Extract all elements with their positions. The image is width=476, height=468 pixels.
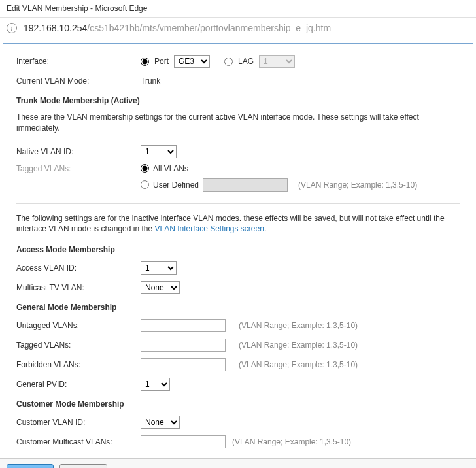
general-pvid-select[interactable]: 1 <box>141 378 170 391</box>
interface-lag-select: 1 <box>259 55 295 68</box>
interface-lag-label: LAG <box>238 57 254 66</box>
customer-range-hint: (VLAN Range; Example: 1,3,5-10) <box>232 437 351 446</box>
customer-heading: Customer Mode Membership <box>16 399 460 409</box>
general-heading: General Mode Membership <box>16 303 460 312</box>
gm-tagged-range-hint: (VLAN Range; Example: 1,3,5-10) <box>239 341 358 350</box>
native-vlan-label: Native VLAN ID: <box>16 147 141 156</box>
gm-tagged-vlans-label: Tagged VLANs: <box>16 341 141 350</box>
untagged-vlans-input[interactable] <box>141 319 226 332</box>
trunk-desc: These are the VLAN membership settings f… <box>16 112 460 134</box>
inactive-note: The following settings are for the inact… <box>16 213 460 235</box>
interface-port-label: Port <box>154 57 169 66</box>
window-title: Edit VLAN Membership - Microsoft Edge <box>0 0 476 18</box>
divider <box>16 203 460 204</box>
multicast-tv-label: Multicast TV VLAN: <box>16 283 141 292</box>
url-display[interactable]: 192.168.10.254/cs51b421bb/mts/vmember/po… <box>24 23 331 33</box>
inactive-note-text2: . <box>264 224 266 233</box>
native-vlan-select[interactable]: 1 <box>141 145 177 158</box>
close-button[interactable]: Close <box>60 464 107 468</box>
current-mode-value: Trunk <box>141 76 160 86</box>
trunk-heading: Trunk Mode Membership (Active) <box>16 96 460 105</box>
vlan-settings-link[interactable]: VLAN Interface Settings screen <box>154 224 264 233</box>
info-icon[interactable]: i <box>7 23 17 33</box>
customer-mcast-label: Customer Multicast VLANs: <box>16 437 141 446</box>
forbidden-range-hint: (VLAN Range; Example: 1,3,5-10) <box>239 360 358 369</box>
access-vlan-label: Access VLAN ID: <box>16 263 141 273</box>
main-content: Interface: Port GE3 LAG 1 Current VLAN M… <box>3 43 473 449</box>
general-pvid-label: General PVID: <box>16 380 141 389</box>
tagged-userdef-label: User Defined <box>153 180 199 190</box>
customer-mcast-input[interactable] <box>141 435 226 448</box>
tagged-range-hint: (VLAN Range; Example: 1,3,5-10) <box>298 180 417 190</box>
forbidden-vlans-input[interactable] <box>141 358 226 371</box>
untagged-range-hint: (VLAN Range; Example: 1,3,5-10) <box>239 321 358 330</box>
tagged-userdef-input <box>203 178 288 192</box>
access-heading: Access Mode Membership <box>16 245 460 254</box>
tagged-all-label: All VLANs <box>153 164 188 173</box>
current-mode-label: Current VLAN Mode: <box>16 76 141 86</box>
footer-bar: Apply Close <box>0 458 476 468</box>
tagged-userdef-radio[interactable] <box>141 180 149 189</box>
interface-lag-radio[interactable] <box>224 58 233 66</box>
tagged-vlans-label: Tagged VLANs: <box>16 164 141 173</box>
interface-port-select[interactable]: GE3 <box>174 55 210 68</box>
forbidden-vlans-label: Forbidden VLANs: <box>16 360 141 369</box>
url-path: /cs51b421bb/mts/vmember/porttovlanmember… <box>87 23 331 33</box>
customer-vlan-select[interactable]: None <box>141 416 180 429</box>
interface-label: Interface: <box>16 57 141 66</box>
customer-vlan-label: Customer VLAN ID: <box>16 418 141 427</box>
apply-button[interactable]: Apply <box>7 464 54 468</box>
multicast-tv-select[interactable]: None <box>141 281 180 294</box>
access-vlan-select[interactable]: 1 <box>141 261 177 275</box>
tagged-all-radio[interactable] <box>141 164 149 173</box>
untagged-vlans-label: Untagged VLANs: <box>16 321 141 330</box>
address-bar: i 192.168.10.254/cs51b421bb/mts/vmember/… <box>0 18 476 39</box>
url-host: 192.168.10.254 <box>24 23 87 33</box>
interface-port-radio[interactable] <box>141 58 149 66</box>
gm-tagged-vlans-input[interactable] <box>141 339 226 352</box>
